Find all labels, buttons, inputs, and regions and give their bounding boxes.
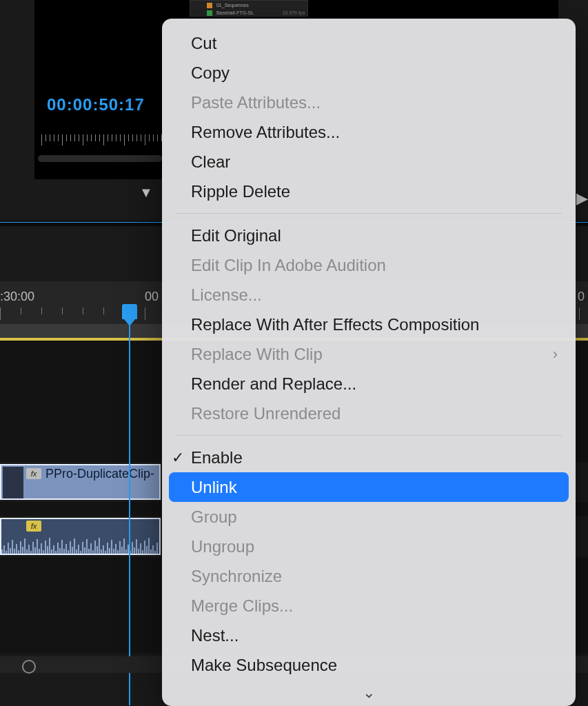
menu-item-label: Edit Original [191, 226, 281, 245]
menu-separator [176, 435, 562, 436]
menu-item-ripple-delete[interactable]: Ripple Delete [162, 176, 576, 206]
menu-separator [176, 213, 562, 214]
playhead-handle[interactable] [122, 304, 137, 319]
menu-item-restore-unrendered: Restore Unrendered [162, 399, 576, 428]
menu-item-enable[interactable]: ✓Enable [162, 443, 576, 472]
program-timecode[interactable]: 00:00:50:17 [47, 95, 145, 114]
step-forward-icon[interactable]: ▶ [576, 190, 588, 208]
menu-item-label: Render and Replace... [191, 374, 356, 393]
menu-item-label: Restore Unrendered [191, 404, 341, 423]
menu-item-label: Copy [191, 63, 230, 82]
clip-swatch-icon [207, 10, 212, 16]
audio-waveform [1, 534, 159, 555]
menu-item-label: Edit Clip In Adobe Audition [191, 256, 386, 274]
ruler-label: 00 [145, 290, 159, 304]
fx-badge-icon[interactable]: fx [26, 521, 41, 532]
marker-icon[interactable]: ▼ [139, 185, 153, 201]
project-row-clip[interactable]: Baseball-FTG-SL 23.976 fps [207, 10, 305, 16]
menu-item-merge-clips: Merge Clips... [162, 591, 576, 621]
menu-item-label: Cut [191, 34, 216, 52]
monitor-ruler[interactable] [41, 134, 162, 155]
menu-item-label: Merge Clips... [191, 596, 293, 615]
checkmark-icon: ✓ [172, 443, 184, 472]
timeline-zoom-handle[interactable] [22, 660, 36, 674]
menu-item-group: Group [162, 502, 576, 532]
project-row-fps: 23.976 fps [283, 10, 305, 15]
menu-item-edit-clip-in-adobe-audition: Edit Clip In Adobe Audition [162, 250, 576, 280]
menu-item-label: Synchronize [191, 567, 282, 585]
menu-item-label: Enable [191, 448, 243, 467]
menu-item-replace-with-after-effects-composition[interactable]: Replace With After Effects Composition [162, 310, 576, 339]
audio-clip[interactable]: fx [0, 518, 161, 555]
menu-item-ungroup: Ungroup [162, 532, 576, 561]
clip-label: PPro-DuplicateClip- [45, 467, 154, 481]
menu-item-make-subsequence[interactable]: Make Subsequence [162, 650, 576, 680]
menu-item-label: Clear [191, 152, 230, 171]
menu-item-nest[interactable]: Nest... [162, 621, 576, 650]
menu-item-label: Group [191, 507, 237, 526]
menu-item-label: Ripple Delete [191, 182, 290, 201]
fx-badge-icon[interactable]: fx [26, 468, 41, 479]
app-background: 01_Sequences Baseball-FTG-SL 23.976 fps … [0, 0, 588, 706]
scroll-down-icon[interactable]: ⌄ [363, 684, 375, 702]
menu-item-label: Paste Attributes... [191, 93, 321, 112]
menu-item-synchronize: Synchronize [162, 561, 576, 591]
menu-item-label: Make Subsequence [191, 656, 337, 674]
folder-swatch-icon [207, 3, 212, 8]
clip-thumbnail [3, 467, 23, 498]
menu-item-edit-original[interactable]: Edit Original [162, 221, 576, 250]
menu-item-label: Replace With After Effects Composition [191, 315, 479, 334]
menu-item-label: Unlink [191, 478, 237, 496]
project-row-label: 01_Sequences [216, 3, 249, 8]
clip-context-menu[interactable]: CutCopyPaste Attributes...Remove Attribu… [162, 19, 576, 706]
ruler-label: :30:00 [0, 290, 34, 304]
menu-item-license: License... [162, 280, 576, 310]
playhead-line[interactable] [129, 319, 130, 705]
menu-item-copy[interactable]: Copy [162, 58, 576, 88]
menu-item-label: License... [191, 285, 262, 304]
menu-item-label: Remove Attributes... [191, 123, 340, 141]
menu-item-unlink[interactable]: Unlink [169, 472, 569, 502]
menu-item-paste-attributes: Paste Attributes... [162, 88, 576, 117]
menu-item-remove-attributes[interactable]: Remove Attributes... [162, 117, 576, 147]
monitor-scrub-track[interactable] [38, 155, 162, 162]
project-row-sequences[interactable]: 01_Sequences [207, 3, 249, 8]
menu-item-label: Replace With Clip [191, 345, 323, 363]
submenu-arrow-icon: › [553, 339, 558, 369]
project-row-label: Baseball-FTG-SL [216, 10, 254, 15]
menu-item-replace-with-clip: Replace With Clip› [162, 339, 576, 369]
video-clip[interactable]: fx PPro-DuplicateClip- [0, 464, 161, 500]
menu-item-clear[interactable]: Clear [162, 147, 576, 176]
menu-item-cut[interactable]: Cut [162, 28, 576, 58]
ruler-label: 0 [578, 290, 585, 304]
menu-item-label: Ungroup [191, 537, 254, 556]
menu-item-label: Nest... [191, 626, 239, 645]
menu-item-render-and-replace[interactable]: Render and Replace... [162, 369, 576, 399]
